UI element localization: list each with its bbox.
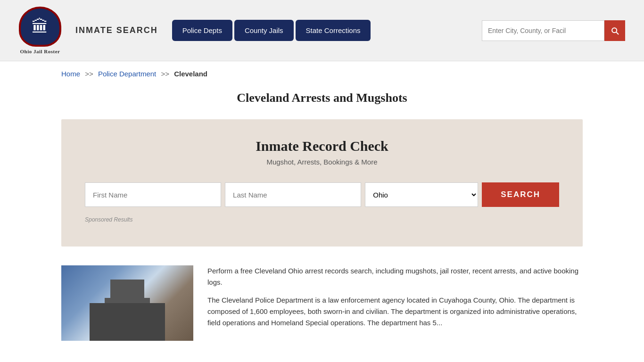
- sponsored-label: Sponsored Results: [85, 216, 559, 223]
- site-title: INMATE SEARCH: [75, 25, 158, 35]
- breadcrumb-current: Cleveland: [174, 70, 207, 78]
- content-section: Perform a free Cleveland Ohio arrest rec…: [61, 265, 583, 341]
- search-icon: [610, 26, 619, 35]
- site-header: 🏛 Ohio Jail Roster INMATE SEARCH Police …: [0, 0, 644, 61]
- inmate-search-button[interactable]: SEARCH: [482, 182, 559, 207]
- main-nav: Police Depts County Jails State Correcti…: [172, 20, 371, 41]
- state-select[interactable]: Ohio: [365, 182, 478, 207]
- nav-police-depts[interactable]: Police Depts: [172, 20, 232, 41]
- record-check-heading: Inmate Record Check: [85, 138, 559, 154]
- content-image: [61, 265, 193, 341]
- breadcrumb-police-dept[interactable]: Police Department: [98, 70, 156, 78]
- page-title-area: Cleveland Arrests and Mugshots: [0, 86, 644, 119]
- nav-county-jails[interactable]: County Jails: [234, 20, 294, 41]
- breadcrumb-sep2: >>: [161, 70, 169, 78]
- record-check-subtitle: Mugshot, Arrests, Bookings & More: [85, 158, 559, 166]
- building-icon: 🏛: [32, 18, 49, 35]
- header-search-button[interactable]: [604, 20, 625, 41]
- breadcrumb: Home >> Police Department >> Cleveland: [0, 61, 644, 86]
- breadcrumb-sep1: >>: [85, 70, 93, 78]
- logo-text: Ohio Jail Roster: [20, 49, 60, 54]
- breadcrumb-home[interactable]: Home: [61, 70, 80, 78]
- inmate-search-form: Ohio SEARCH: [85, 182, 559, 207]
- logo-icon: 🏛: [19, 7, 61, 47]
- logo-area: 🏛 Ohio Jail Roster: [19, 7, 61, 54]
- header-search: [482, 20, 625, 41]
- last-name-input[interactable]: [225, 182, 361, 207]
- content-text: Perform a free Cleveland Ohio arrest rec…: [207, 265, 583, 341]
- content-paragraph-1: Perform a free Cleveland Ohio arrest rec…: [207, 265, 583, 288]
- nav-state-corrections[interactable]: State Corrections: [296, 20, 371, 41]
- content-paragraph-2: The Cleveland Police Department is a law…: [207, 295, 583, 329]
- page-title: Cleveland Arrests and Mugshots: [0, 91, 644, 105]
- record-check-box: Inmate Record Check Mugshot, Arrests, Bo…: [61, 119, 583, 247]
- header-search-input[interactable]: [482, 20, 604, 41]
- first-name-input[interactable]: [85, 182, 221, 207]
